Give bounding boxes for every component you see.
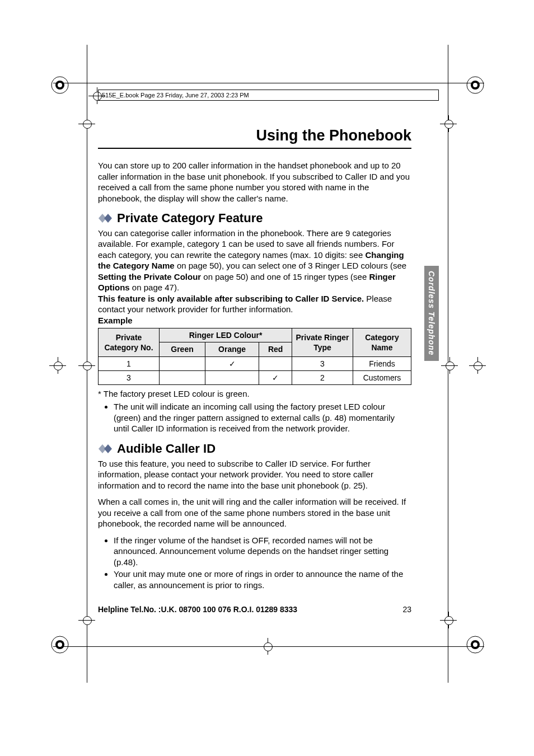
cell — [160, 370, 205, 384]
svg-marker-15 — [104, 444, 112, 453]
cell: ✓ — [205, 356, 259, 370]
section-title-text: Private Category Feature — [117, 210, 263, 227]
text: on page 50) and one of 15 ringer types (… — [201, 272, 369, 281]
cell — [160, 356, 205, 370]
table-row: 1 ✓ 3 Friends — [99, 356, 411, 370]
private-note: This feature is only available after sub… — [98, 293, 411, 315]
cell — [259, 356, 292, 370]
cell: 2 — [292, 370, 353, 384]
private-body: You can categorise caller information in… — [98, 228, 411, 293]
text: You can categorise caller information in… — [98, 228, 394, 260]
cell: 3 — [99, 370, 160, 384]
svg-point-8 — [58, 642, 62, 647]
crop-line-top — [53, 83, 484, 83]
th-orange: Orange — [205, 342, 259, 356]
crosshair-icon — [440, 115, 457, 132]
th-red: Red — [259, 342, 292, 356]
example-label: Example — [98, 315, 411, 326]
text: on page 47). — [130, 283, 179, 292]
cell — [205, 370, 259, 384]
cell: 1 — [99, 356, 160, 370]
intro-paragraph: You can store up to 200 caller informati… — [98, 160, 411, 204]
printer-header: 515E_E.book Page 23 Friday, June 27, 200… — [98, 90, 439, 101]
crosshair-icon — [440, 612, 457, 628]
th-ringer-type: Private Ringer Type — [292, 328, 353, 356]
page-number: 23 — [402, 604, 411, 614]
th-private-cat: Private Category No. — [99, 328, 160, 356]
cell: ✓ — [259, 370, 292, 384]
cell: Friends — [353, 356, 411, 370]
helpline-text: Helpline Tel.No. :U.K. 08700 100 076 R.O… — [98, 604, 297, 614]
bullet-list: The unit will indicate an incoming call … — [98, 401, 411, 434]
example-table: Private Category No. Ringer LED Colour* … — [98, 328, 411, 385]
bold-note: This feature is only available after sub… — [98, 294, 364, 303]
th-cat-name: Category Name — [353, 328, 411, 356]
page-footer: Helpline Tel.No. :U.K. 08700 100 076 R.O… — [98, 604, 411, 614]
title-rule — [98, 148, 411, 149]
crosshair-icon — [441, 357, 458, 374]
page-content: Using the Phonebook You can store up to … — [98, 126, 411, 591]
audible-body1: To use this feature, you need to subscri… — [98, 458, 411, 491]
registration-mark-icon — [50, 635, 69, 654]
svg-point-5 — [473, 83, 477, 87]
crosshair-icon — [49, 357, 66, 374]
bullet-list: If the ringer volume of the handset is O… — [98, 535, 411, 591]
page-title: Using the Phonebook — [98, 126, 411, 145]
footnote: * The factory preset LED colour is green… — [98, 388, 411, 400]
svg-point-2 — [58, 83, 62, 87]
section-heading-audible: Audible Caller ID — [98, 441, 411, 457]
diamond-bullet-icon — [98, 444, 114, 454]
th-green: Green — [160, 342, 205, 356]
registration-mark-icon — [50, 76, 69, 95]
list-item: If the ringer volume of the handset is O… — [114, 535, 411, 568]
cell: Customers — [353, 370, 411, 384]
list-item: The unit will indicate an incoming call … — [114, 401, 411, 434]
list-item: Your unit may mute one or more of rings … — [114, 569, 411, 590]
cell: 3 — [292, 356, 353, 370]
table-row: 3 ✓ 2 Customers — [99, 370, 411, 384]
crosshair-icon — [469, 357, 486, 374]
registration-mark-icon — [466, 635, 485, 654]
audible-body2: When a call comes in, the unit will ring… — [98, 496, 411, 529]
crosshair-icon — [78, 612, 95, 628]
crosshair-icon — [259, 638, 276, 655]
text: on page 50), you can select one of 3 Rin… — [175, 261, 406, 270]
registration-mark-icon — [466, 76, 485, 95]
th-ringer-colour: Ringer LED Colour* — [160, 328, 292, 342]
section-heading-private: Private Category Feature — [98, 210, 411, 227]
section-tab: Cordless Telephone — [424, 266, 439, 361]
crosshair-icon — [78, 357, 95, 374]
xref: Setting the Private Colour — [98, 272, 201, 281]
svg-marker-13 — [104, 214, 112, 223]
diamond-bullet-icon — [98, 213, 114, 223]
crosshair-icon — [78, 115, 95, 132]
section-title-text: Audible Caller ID — [117, 441, 216, 457]
svg-point-11 — [473, 642, 477, 647]
